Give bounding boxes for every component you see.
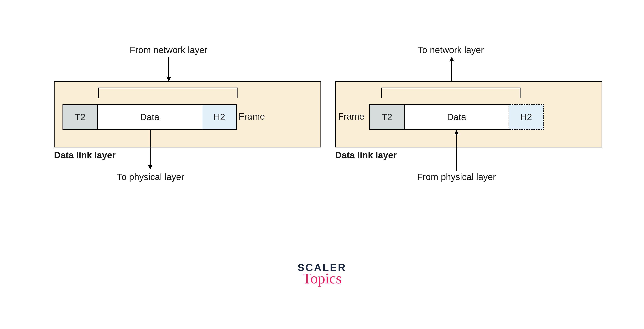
right-cell-data: Data [404,104,509,130]
arrow-down-icon [166,57,172,82]
diagram-canvas: From network layer T2 Data H2 Frame Data… [0,0,644,329]
left-cell-data: Data [97,104,202,130]
left-layer-label: Data link layer [54,150,134,161]
left-frame-label: Frame [239,111,271,122]
right-cell-t2: T2 [369,104,404,130]
left-cell-t2: T2 [62,104,98,130]
svg-marker-3 [148,165,152,170]
left-bottom-label: To physical layer [106,172,195,182]
right-frame-label: Frame [335,111,367,122]
right-layer-label: Data link layer [335,150,414,161]
right-top-label: To network layer [398,45,504,56]
svg-marker-5 [450,57,454,61]
right-bottom-label: From physical layer [400,172,513,182]
logo-line2: Topics [284,270,360,287]
svg-marker-1 [166,77,171,82]
scaler-topics-logo: SCALER Topics [284,261,360,287]
left-cell-h2: H2 [202,104,237,130]
right-cell-h2: H2 [508,104,544,130]
left-top-label: From network layer [108,45,229,56]
